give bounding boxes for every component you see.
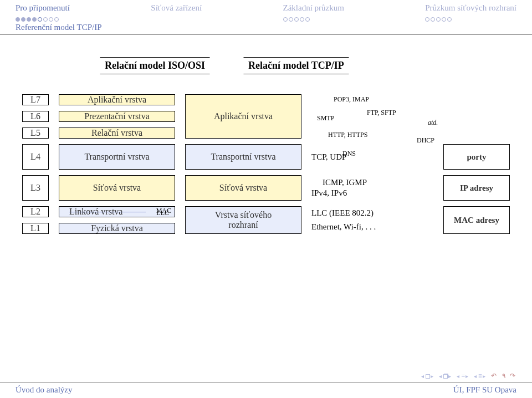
tcp-nic-label: Vrstva síťového rozhraní xyxy=(215,210,272,230)
transport-protocols: TCP, UDP xyxy=(311,144,433,170)
nav-forward-icon[interactable]: ↷ xyxy=(510,372,516,380)
proto-pop3: POP3, IMAP xyxy=(334,95,369,103)
footer: Úvod do analýzy ÚI, FPF SU Opava xyxy=(0,382,532,398)
nav-back-icon[interactable]: ↶ xyxy=(491,372,498,380)
row-l3: L3 Síťová vrstva Síťová vrstva ICMP, IGM… xyxy=(22,175,510,201)
nav-section-label: Síťová zařízení xyxy=(151,3,202,13)
nav-progress xyxy=(425,14,516,21)
network-protocols: ICMP, IGMP IPv4, IPv6 xyxy=(311,175,433,201)
proto-tcpudp: TCP, UDP xyxy=(311,152,346,162)
app-protocols: POP3, IMAP SMTP FTP, SFTP HTTP, HTTPS DN… xyxy=(311,94,510,139)
nav-section-1[interactable]: Síťová zařízení xyxy=(151,3,202,21)
title-osi: Relační model ISO/OSI xyxy=(100,57,210,74)
proto-ipv: IPv4, IPv6 xyxy=(311,188,347,198)
osi-l4: Transportní vrstva xyxy=(59,144,175,170)
column-titles: Relační model ISO/OSI Relační model TCP/… xyxy=(100,57,510,74)
nav-section-0[interactable]: Pro připomenutí xyxy=(16,3,70,21)
title-tcpip: Relační model TCP/IP xyxy=(243,57,349,74)
tcp-nic-layer: Vrstva síťového rozhraní xyxy=(185,206,301,234)
nav-section-label: Průzkum síťových rozhraní xyxy=(425,3,516,13)
nav-progress xyxy=(283,14,344,21)
layer-id-l1: L1 xyxy=(22,223,49,234)
sublayer-mac: MAC xyxy=(156,207,171,215)
layer-id-l3: L3 xyxy=(22,175,49,201)
tcp-transport: Transportní vrstva xyxy=(185,144,301,170)
proto-icmp: ICMP, IGMP xyxy=(323,178,367,187)
osi-l2: Linková vrstva LLC MAC xyxy=(59,206,175,217)
beamer-nav-icons[interactable]: ◂▸ ◂▸ ◂≡▸ ◂≡▸ ↶ ۹ ↷ xyxy=(421,372,516,380)
osi-l3: Síťová vrstva xyxy=(59,175,175,201)
nav-progress xyxy=(16,14,70,21)
layer-id-l7: L7 xyxy=(22,94,49,105)
nav-frame-icon[interactable]: ◂▸ xyxy=(421,373,434,379)
slide-content: Relační model ISO/OSI Relační model TCP/… xyxy=(0,35,532,245)
osi-l6: Prezentační vrstva xyxy=(59,111,175,122)
row-l4: L4 Transportní vrstva Transportní vrstva… xyxy=(22,144,510,170)
proto-etc: atd. xyxy=(428,119,438,126)
addr-ip: IP adresy xyxy=(443,175,510,201)
layer-id-l4: L4 xyxy=(22,144,49,170)
proto-dns: DNS xyxy=(342,150,356,157)
addr-mac: MAC adresy xyxy=(443,206,510,234)
proto-smtp: SMTP xyxy=(317,114,334,122)
nav-search-icon[interactable]: ۹ xyxy=(502,372,505,380)
nav-section-3[interactable]: Průzkum síťových rozhraní xyxy=(425,3,516,21)
tcp-network: Síťová vrstva xyxy=(185,175,301,201)
proto-ftp: FTP, SFTP xyxy=(367,109,396,116)
nav-subsection-icon[interactable]: ◂▸ xyxy=(439,373,452,379)
layer-id-l5: L5 xyxy=(22,127,49,139)
top-navigation: Pro připomenutí Síťová zařízení Základní… xyxy=(0,0,532,21)
row-link-group: L2 Linková vrstva LLC MAC L1 Fyzická vrs… xyxy=(22,206,510,234)
osi-l5: Relační vrstva xyxy=(59,127,175,139)
subsection-title: Referenční model TCP/IP xyxy=(0,21,532,32)
footer-right: ÚI, FPF SU Opava xyxy=(453,385,516,395)
nav-progress xyxy=(151,14,202,21)
proto-llc: LLC (IEEE 802.2) xyxy=(311,208,374,218)
layers-diagram: L7 Aplikační vrstva L6 Prezentační vrstv… xyxy=(22,94,510,234)
nav-presentation-icon[interactable]: ◂≡▸ xyxy=(474,372,487,380)
proto-dhcp: DHCP xyxy=(417,136,434,144)
row-app-group: L7 Aplikační vrstva L6 Prezentační vrstv… xyxy=(22,94,510,139)
addr-ports: porty xyxy=(443,144,510,170)
nav-section-icon[interactable]: ◂≡▸ xyxy=(457,372,469,380)
nav-section-label: Základní průzkum xyxy=(283,3,344,13)
proto-http: HTTP, HTTPS xyxy=(328,131,367,139)
nav-section-2[interactable]: Základní průzkum xyxy=(283,3,344,21)
proto-eth: Ethernet, Wi-fi, . . . xyxy=(311,222,376,232)
osi-l1: Fyzická vrstva xyxy=(59,223,175,234)
link-protocols: LLC (IEEE 802.2) Ethernet, Wi-fi, . . . xyxy=(311,206,433,234)
nav-section-label: Pro připomenutí xyxy=(16,3,70,13)
layer-id-l2: L2 xyxy=(22,206,49,217)
layer-id-l6: L6 xyxy=(22,111,49,122)
osi-l7: Aplikační vrstva xyxy=(59,94,175,105)
tcp-app-layer: Aplikační vrstva xyxy=(185,94,301,139)
footer-left: Úvod do analýzy xyxy=(16,385,72,395)
